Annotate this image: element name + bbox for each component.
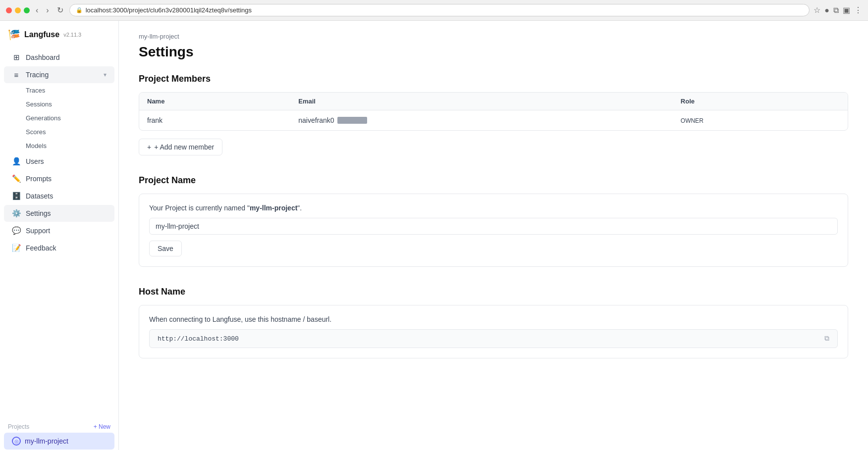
- support-icon: 💬: [12, 226, 21, 235]
- back-icon[interactable]: ‹: [34, 5, 40, 16]
- hostname-value: http://localhost:3000: [158, 335, 239, 343]
- sidebar-item-tracing[interactable]: ≡ Tracing ▾: [4, 66, 114, 83]
- url-text: localhost:3000/project/clu6n3v280001lqil…: [86, 6, 252, 14]
- datasets-icon: 🗄️: [12, 192, 21, 200]
- dashboard-icon: ⊞: [12, 53, 21, 62]
- sidebar-logo: 🎏 Langfuse v2.11.3: [0, 21, 118, 45]
- member-role: OWNER: [673, 110, 848, 131]
- tracing-icon: ≡: [12, 70, 21, 79]
- role-badge: OWNER: [681, 117, 704, 124]
- sidebar-project-my-llm-project[interactable]: ◎ my-llm-project: [4, 433, 114, 450]
- sidebar-item-models[interactable]: Models: [4, 139, 114, 152]
- add-member-label: + Add new member: [154, 143, 214, 151]
- sidebar-item-sessions[interactable]: Sessions: [4, 98, 114, 111]
- sidebar-item-users[interactable]: 👤 Users: [4, 153, 114, 170]
- browser-chrome: ‹ › ↻ 🔒 localhost:3000/project/clu6n3v28…: [0, 0, 868, 21]
- hostname-description: When connecting to Langfuse, use this ho…: [149, 315, 838, 323]
- settings-icon: ⚙️: [12, 209, 21, 218]
- table-header-row: Name Email Role: [139, 93, 848, 110]
- sidebar-item-traces[interactable]: Traces: [4, 84, 114, 97]
- forward-icon[interactable]: ›: [44, 5, 51, 16]
- sidebar: 🎏 Langfuse v2.11.3 ⊞ Dashboard ≡ Tracing…: [0, 21, 119, 450]
- email-text: naivefrank0: [298, 116, 334, 124]
- sidebar-item-feedback[interactable]: 📝 Feedback: [4, 240, 114, 256]
- main-content: my-llm-project Settings Project Members …: [119, 21, 868, 450]
- scores-label: Scores: [26, 128, 46, 136]
- col-header-name: Name: [139, 93, 290, 110]
- traffic-lights: [6, 7, 30, 13]
- traces-label: Traces: [26, 87, 45, 94]
- menu-icon[interactable]: ⋮: [854, 5, 862, 15]
- project-icon: ◎: [12, 437, 21, 446]
- users-icon: 👤: [12, 157, 21, 166]
- host-name-box: When connecting to Langfuse, use this ho…: [139, 305, 848, 358]
- prompts-icon: ✏️: [12, 174, 21, 183]
- minimize-button[interactable]: [15, 7, 21, 13]
- new-project-button[interactable]: + New: [94, 423, 110, 430]
- project-members-section: Project Members Name Email Role frank: [139, 74, 848, 155]
- browser-right-icons: ☆ ● ⧉ ▣ ⋮: [814, 5, 862, 15]
- close-button[interactable]: [6, 7, 12, 13]
- project-name: my-llm-project: [25, 437, 68, 445]
- sidebar-item-label: Prompts: [26, 175, 52, 183]
- chevron-down-icon: ▾: [104, 71, 107, 78]
- members-table: Name Email Role frank naivefrank0: [139, 93, 848, 130]
- models-label: Models: [26, 142, 47, 150]
- sidebar-item-label: Dashboard: [26, 53, 60, 61]
- extensions-icon[interactable]: ⧉: [833, 6, 839, 15]
- sidebar-item-generations[interactable]: Generations: [4, 111, 114, 125]
- maximize-button[interactable]: [24, 7, 30, 13]
- sidebar-item-datasets[interactable]: 🗄️ Datasets: [4, 188, 114, 204]
- sidebar-navigation: ⊞ Dashboard ≡ Tracing ▾ Traces Sessions …: [0, 45, 118, 417]
- app-name: Langfuse: [24, 30, 59, 39]
- sidebar-item-label: Settings: [26, 209, 51, 217]
- hostname-code-block: http://localhost:3000 ⧉: [149, 329, 838, 348]
- copy-icon[interactable]: ⧉: [824, 335, 829, 343]
- sidebar-item-settings[interactable]: ⚙️ Settings: [4, 205, 114, 222]
- projects-section-header: Projects + New: [0, 417, 118, 432]
- projects-label: Projects: [8, 423, 29, 430]
- app-version: v2.11.3: [63, 32, 81, 38]
- reload-icon[interactable]: ↻: [55, 4, 65, 16]
- sidebar-item-label: Feedback: [26, 244, 56, 252]
- breadcrumb: my-llm-project: [139, 33, 848, 40]
- generations-label: Generations: [26, 114, 61, 122]
- lock-icon: 🔒: [76, 7, 83, 13]
- profile-icon[interactable]: ●: [824, 6, 829, 15]
- feedback-icon: 📝: [12, 244, 21, 252]
- save-project-name-button[interactable]: Save: [149, 241, 182, 256]
- project-name-section: Project Name Your Project is currently n…: [139, 175, 848, 267]
- app-container: 🎏 Langfuse v2.11.3 ⊞ Dashboard ≡ Tracing…: [0, 21, 868, 450]
- members-table-container: Name Email Role frank naivefrank0: [139, 92, 848, 131]
- project-name-box: Your Project is currently named "my-llm-…: [139, 194, 848, 267]
- sidebar-item-label: Users: [26, 157, 44, 165]
- sidebar-toggle-icon[interactable]: ▣: [843, 5, 850, 15]
- sidebar-item-scores[interactable]: Scores: [4, 125, 114, 139]
- sidebar-item-label: Support: [26, 227, 50, 235]
- host-name-title: Host Name: [139, 287, 848, 297]
- member-email: naivefrank0: [290, 110, 673, 131]
- current-project-name: my-llm-project: [250, 204, 297, 212]
- host-name-section: Host Name When connecting to Langfuse, u…: [139, 287, 848, 358]
- col-header-email: Email: [290, 93, 673, 110]
- table-row: frank naivefrank0 OWNER: [139, 110, 848, 131]
- project-name-title: Project Name: [139, 175, 848, 186]
- add-icon: +: [147, 143, 151, 151]
- address-bar[interactable]: 🔒 localhost:3000/project/clu6n3v280001lq…: [69, 4, 810, 16]
- sidebar-item-dashboard[interactable]: ⊞ Dashboard: [4, 49, 114, 66]
- browser-nav-controls: ‹ › ↻: [34, 4, 65, 16]
- bookmark-icon[interactable]: ☆: [814, 5, 820, 15]
- col-header-role: Role: [673, 93, 848, 110]
- sidebar-item-prompts[interactable]: ✏️ Prompts: [4, 170, 114, 187]
- add-new-member-button[interactable]: + + Add new member: [139, 139, 222, 155]
- logo-emoji: 🎏: [8, 29, 20, 41]
- project-name-input[interactable]: [149, 218, 838, 235]
- email-redacted-block: [337, 117, 367, 124]
- sessions-label: Sessions: [26, 100, 52, 108]
- project-name-description: Your Project is currently named "my-llm-…: [149, 204, 838, 212]
- page-title: Settings: [139, 44, 848, 60]
- member-name: frank: [139, 110, 290, 131]
- sidebar-item-label: Datasets: [26, 192, 53, 200]
- project-members-title: Project Members: [139, 74, 848, 84]
- sidebar-item-support[interactable]: 💬 Support: [4, 222, 114, 239]
